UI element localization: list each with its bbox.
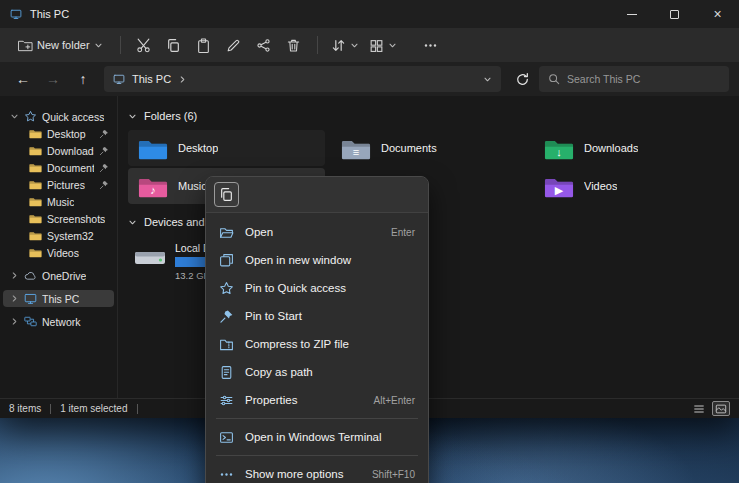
menu-item-pin-to-start[interactable]: Pin to Start <box>210 302 424 330</box>
view-toggle-group <box>690 401 730 416</box>
thumbnails-view-icon <box>715 403 727 415</box>
sidebar-item-network[interactable]: Network <box>3 313 114 330</box>
refresh-button[interactable] <box>509 66 535 92</box>
search-box[interactable] <box>539 66 729 92</box>
maximize-button[interactable] <box>653 0 696 28</box>
cut-button[interactable] <box>130 32 158 58</box>
items-count: 8 items <box>9 403 41 414</box>
close-icon: × <box>713 7 721 21</box>
new-window-icon <box>219 253 234 268</box>
sort-icon <box>331 38 346 53</box>
sidebar-item-screenshots[interactable]: Screenshots <box>3 210 114 227</box>
folder-tile-desktop[interactable]: Desktop <box>128 130 325 166</box>
status-divider <box>137 404 138 414</box>
menu-item-open-in-new-window[interactable]: Open in new window <box>210 246 424 274</box>
context-menu-quick-actions <box>206 177 428 213</box>
cut-icon <box>136 38 151 53</box>
menu-item-compress-to-zip[interactable]: Compress to ZIP file <box>210 330 424 358</box>
star-icon <box>219 281 234 296</box>
forward-button[interactable]: → <box>40 66 66 92</box>
paste-button[interactable] <box>190 32 218 58</box>
details-view-button[interactable] <box>690 401 708 416</box>
sidebar-item-music[interactable]: Music <box>3 193 114 210</box>
this-pc-window-icon <box>10 8 22 20</box>
view-icon <box>369 38 384 53</box>
rename-icon <box>226 38 241 53</box>
search-icon <box>548 73 560 85</box>
menu-item-properties[interactable]: Properties Alt+Enter <box>210 386 424 414</box>
sidebar-item-system32[interactable]: System32 <box>3 227 114 244</box>
chevron-down-icon[interactable] <box>128 112 137 121</box>
toolbar-separator <box>317 36 318 54</box>
menu-item-open[interactable]: Open Enter <box>210 218 424 246</box>
menu-item-label: Pin to Quick access <box>245 282 404 294</box>
thumbnails-view-button[interactable] <box>712 401 730 416</box>
sort-button[interactable] <box>327 32 363 58</box>
folder-tile-downloads[interactable]: ↓ Downloads <box>534 130 731 166</box>
terminal-icon <box>219 430 234 445</box>
sidebar-label: Desktop <box>47 128 86 140</box>
see-more-button[interactable] <box>417 32 445 58</box>
copy-button[interactable] <box>214 182 239 207</box>
menu-item-label: Show more options <box>245 468 361 480</box>
menu-item-show-more-options[interactable]: Show more options Shift+F10 <box>210 460 424 483</box>
address-dropdown-icon[interactable] <box>483 75 492 84</box>
sidebar-label: Pictures <box>47 179 85 191</box>
search-input[interactable] <box>567 73 720 85</box>
music-folder-icon: ♪ <box>138 174 168 199</box>
up-button[interactable]: ↑ <box>70 66 96 92</box>
menu-item-label: Properties <box>245 394 363 406</box>
menu-item-open-in-windows-terminal[interactable]: Open in Windows Terminal <box>210 423 424 451</box>
breadcrumb[interactable]: This PC <box>132 73 171 85</box>
new-folder-button[interactable]: New folder <box>10 32 111 58</box>
delete-button[interactable] <box>280 32 308 58</box>
documents-glyph: ≡ <box>341 144 371 161</box>
sidebar-label: Music <box>47 196 74 208</box>
sidebar-item-quick-access[interactable]: Quick access <box>3 108 114 125</box>
section-title: Folders (6) <box>144 110 197 122</box>
sidebar-item-this-pc[interactable]: This PC <box>3 290 114 307</box>
document-path-icon <box>219 365 234 380</box>
folder-name: Videos <box>584 180 617 192</box>
sidebar-label: Videos <box>47 247 79 259</box>
menu-item-copy-as-path[interactable]: Copy as path <box>210 358 424 386</box>
quick-access-star-icon <box>24 110 37 123</box>
sidebar-item-downloads[interactable]: Downloads <box>3 142 114 159</box>
minimize-icon <box>627 14 637 15</box>
rename-button[interactable] <box>220 32 248 58</box>
chevron-down-icon <box>94 41 103 50</box>
chevron-down-icon[interactable] <box>128 218 137 227</box>
folder-name: Documents <box>381 142 437 154</box>
view-button[interactable] <box>365 32 401 58</box>
address-bar[interactable]: This PC <box>104 66 501 92</box>
selection-count: 1 item selected <box>60 403 127 414</box>
share-button[interactable] <box>250 32 278 58</box>
sidebar-item-videos[interactable]: Videos <box>3 244 114 261</box>
titlebar[interactable]: This PC × <box>0 0 739 28</box>
folders-section-header[interactable]: Folders (6) <box>128 108 731 124</box>
this-pc-icon <box>113 73 125 85</box>
minimize-button[interactable] <box>610 0 653 28</box>
sidebar-item-desktop[interactable]: Desktop <box>3 125 114 142</box>
folder-tile-videos[interactable]: ▶ Videos <box>534 168 731 204</box>
menu-item-pin-to-quick-access[interactable]: Pin to Quick access <box>210 274 424 302</box>
close-button[interactable]: × <box>696 0 739 28</box>
chevron-right-icon[interactable] <box>10 317 19 326</box>
forward-icon: → <box>46 71 60 87</box>
sidebar-label: This PC <box>42 293 79 305</box>
sidebar-item-documents[interactable]: Documents <box>3 159 114 176</box>
this-pc-icon <box>24 292 37 305</box>
downloads-glyph: ↓ <box>544 144 574 161</box>
open-icon <box>219 225 234 240</box>
sidebar-item-pictures[interactable]: Pictures <box>3 176 114 193</box>
back-button[interactable]: ← <box>10 66 36 92</box>
sidebar-item-onedrive[interactable]: OneDrive <box>3 267 114 284</box>
folder-name: Desktop <box>178 142 218 154</box>
menu-item-shortcut: Alt+Enter <box>374 395 415 406</box>
chevron-right-icon[interactable] <box>10 271 19 280</box>
command-bar: New folder <box>0 28 739 62</box>
folder-tile-documents[interactable]: ≡ Documents <box>331 130 528 166</box>
copy-button[interactable] <box>160 32 188 58</box>
chevron-down-icon[interactable] <box>10 112 19 121</box>
chevron-right-icon[interactable] <box>10 294 19 303</box>
